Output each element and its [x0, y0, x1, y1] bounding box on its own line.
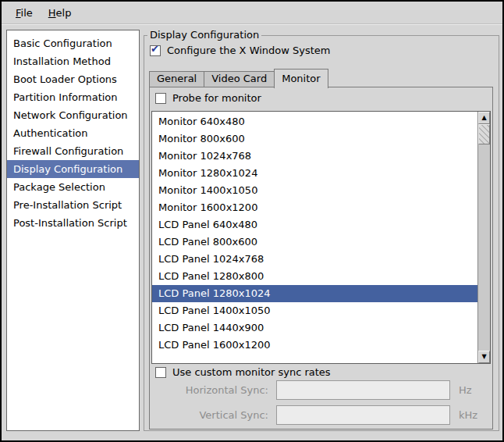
monitor-list-item[interactable]: LCD Panel 800x600 — [152, 233, 477, 251]
sidebar-item[interactable]: Post-Installation Script — [7, 214, 139, 232]
monitor-list-item[interactable]: LCD Panel 1280x800 — [152, 268, 477, 285]
monitor-list: Monitor 640x480Monitor 800x600Monitor 10… — [152, 112, 477, 363]
monitor-list-item[interactable]: Monitor 1280x1024 — [152, 165, 477, 182]
use-custom-sync-label: Use custom monitor sync rates — [172, 366, 331, 378]
vertical-sync-label: Vertical Sync: — [150, 409, 276, 421]
vertical-scrollbar[interactable]: ▲ ▼ — [477, 112, 490, 363]
sidebar-item[interactable]: Partition Information — [7, 88, 139, 106]
monitor-list-item[interactable]: Monitor 1024x768 — [152, 148, 477, 165]
frame-title: Display Configuration — [147, 29, 261, 41]
monitor-list-item[interactable]: LCD Panel 1280x1024 — [152, 285, 477, 302]
monitor-list-item[interactable]: LCD Panel 1024x768 — [152, 251, 477, 268]
sidebar-list: Basic ConfigurationInstallation MethodBo… — [6, 30, 140, 431]
vertical-sync-input[interactable] — [276, 405, 450, 425]
sidebar-item[interactable]: Boot Loader Options — [7, 70, 139, 88]
probe-for-monitor-checkbox[interactable]: ✔ — [155, 93, 166, 104]
monitor-list-item[interactable]: LCD Panel 640x480 — [152, 216, 477, 233]
display-configuration-frame: Display Configuration ✔ Configure the X … — [144, 35, 499, 431]
scrollbar-up-button[interactable]: ▲ — [478, 112, 490, 124]
sidebar-item[interactable]: Installation Method — [7, 52, 139, 70]
sidebar-item[interactable]: Network Configuration — [7, 106, 139, 124]
scrollbar-down-button[interactable]: ▼ — [478, 351, 490, 363]
app-window: FileHelp Basic ConfigurationInstallation… — [0, 0, 504, 442]
menu-item[interactable]: File — [8, 5, 41, 21]
up-arrow-icon: ▲ — [481, 115, 486, 121]
probe-row: ✔ Probe for monitor — [155, 92, 261, 104]
checkmark-icon: ✔ — [151, 44, 159, 55]
sidebar-item[interactable]: Authentication — [7, 124, 139, 142]
monitor-list-item[interactable]: Monitor 640x480 — [152, 113, 477, 130]
horizontal-sync-label: Horizontal Sync: — [150, 384, 276, 396]
use-custom-sync-checkbox[interactable]: ✔ — [155, 367, 166, 378]
monitor-listbox: Monitor 640x480Monitor 800x600Monitor 10… — [151, 111, 491, 364]
monitor-list-item[interactable]: Monitor 1400x1050 — [152, 182, 477, 199]
scrollbar-thumb[interactable] — [478, 124, 490, 144]
scrollbar-trough[interactable] — [478, 144, 490, 351]
sidebar-item[interactable]: Display Configuration — [7, 160, 139, 178]
monitor-list-item[interactable]: Monitor 1600x1200 — [152, 199, 477, 216]
monitor-tab-panel: ✔ Probe for monitor Monitor 640x480Monit… — [149, 87, 493, 430]
monitor-list-item[interactable]: LCD Panel 1600x1200 — [152, 337, 477, 354]
tab[interactable]: Video Card — [204, 71, 275, 87]
sidebar-item[interactable]: Basic Configuration — [7, 34, 139, 52]
configure-x-checkbox[interactable]: ✔ — [150, 45, 161, 56]
horizontal-sync-unit: Hz — [459, 384, 472, 396]
custom-sync-row: ✔ Use custom monitor sync rates — [155, 366, 331, 378]
sidebar-item[interactable]: Package Selection — [7, 178, 139, 196]
configure-x-label: Configure the X Window System — [167, 45, 331, 56]
menu-item[interactable]: Help — [41, 5, 80, 21]
probe-for-monitor-label: Probe for monitor — [172, 92, 261, 104]
sidebar-item[interactable]: Firewall Configuration — [7, 142, 139, 160]
tab[interactable]: General — [149, 71, 204, 87]
horizontal-sync-input[interactable] — [276, 380, 450, 400]
monitor-list-item[interactable]: LCD Panel 1400x1050 — [152, 302, 477, 319]
vertical-sync-row: Vertical Sync: kHz — [150, 405, 477, 425]
horizontal-sync-row: Horizontal Sync: Hz — [150, 380, 472, 400]
sidebar-item[interactable]: Pre-Installation Script — [7, 196, 139, 214]
monitor-list-item[interactable]: Monitor 800x600 — [152, 130, 477, 148]
down-arrow-icon: ▼ — [481, 354, 486, 360]
tab-bar: GeneralVideo CardMonitor — [149, 68, 328, 87]
vertical-sync-unit: kHz — [459, 409, 477, 421]
monitor-list-item[interactable]: LCD Panel 1440x900 — [152, 319, 477, 337]
configure-x-row: ✔ Configure the X Window System — [150, 45, 331, 56]
menubar: FileHelp — [2, 2, 502, 24]
tab[interactable]: Monitor — [274, 69, 328, 88]
